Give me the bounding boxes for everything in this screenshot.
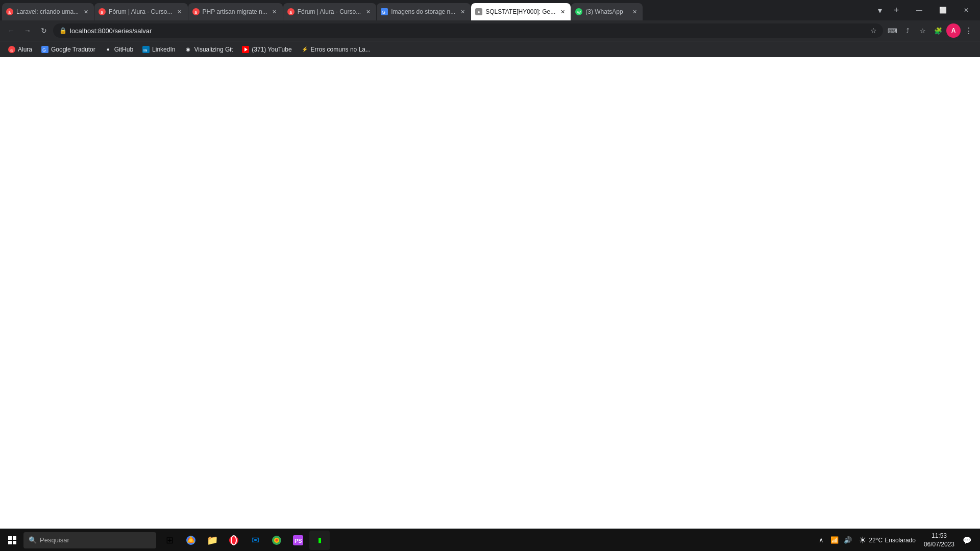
- browser-tab-tab1[interactable]: aLaravel: criando uma...✕: [2, 3, 94, 20]
- weather-condition: Ensolarado: [885, 537, 916, 544]
- back-button[interactable]: ←: [4, 23, 18, 38]
- tab-title-tab7: (3) WhatsApp: [585, 8, 627, 15]
- svg-text:W: W: [577, 10, 581, 15]
- bookmark-label-bm1: Alura: [18, 46, 32, 53]
- bookmark-label-bm7: Erros comuns no La...: [311, 46, 371, 53]
- network-icon[interactable]: 📶: [829, 535, 840, 546]
- taskbar-center: ⊞ 📁 ✉: [159, 531, 330, 550]
- task-view-button[interactable]: ⊞: [159, 531, 180, 550]
- bookmark-bm3[interactable]: ●GitHub: [101, 43, 137, 56]
- svg-text:a: a: [8, 10, 11, 15]
- minimize-button[interactable]: —: [908, 2, 931, 18]
- weather-widget[interactable]: ☀ 22°C Ensolarado: [855, 535, 919, 546]
- clock[interactable]: 11:53 06/07/2023: [921, 532, 958, 549]
- search-input-label: Pesquisar: [40, 536, 69, 544]
- share-icon[interactable]: ⤴: [900, 23, 915, 38]
- tab-favicon-tab1: a: [6, 8, 13, 15]
- taskbar: 🔍 Pesquisar ⊞ 📁 ✉: [0, 529, 980, 551]
- tab-close-tab3[interactable]: ✕: [271, 8, 279, 16]
- tab-title-tab5: Imagens do storage n...: [391, 8, 455, 15]
- translate-icon[interactable]: ⌨: [885, 23, 899, 38]
- svg-text:a: a: [194, 10, 197, 15]
- nav-actions: ⌨ ⤴ ☆ 🧩 A ⋮: [885, 23, 976, 38]
- tab-close-tab5[interactable]: ✕: [458, 8, 467, 16]
- bookmark-label-bm3: GitHub: [114, 46, 133, 53]
- bookmark-favicon-bm5: ◉: [184, 46, 191, 53]
- chrome-taskbar-icon[interactable]: [181, 531, 201, 550]
- main-content: [0, 57, 980, 529]
- clock-time: 11:53: [932, 532, 947, 540]
- title-bar: aLaravel: criando uma...✕aFórum | Alura …: [0, 0, 980, 20]
- browser-tab-tab4[interactable]: aFórum | Alura - Curso...✕: [283, 3, 376, 20]
- tab-title-tab2: Fórum | Alura - Curso...: [109, 8, 172, 15]
- svg-rect-21: [13, 536, 16, 540]
- close-button[interactable]: ✕: [954, 2, 978, 18]
- bookmark-bm4[interactable]: inLinkedIn: [138, 43, 179, 56]
- bookmark-bm1[interactable]: aAlura: [4, 43, 36, 56]
- profile-icon[interactable]: A: [946, 23, 961, 38]
- start-button[interactable]: [2, 531, 22, 550]
- clock-date: 06/07/2023: [924, 540, 954, 549]
- weather-temp: 22°C: [869, 537, 883, 544]
- svg-rect-22: [8, 541, 12, 544]
- tab-close-tab2[interactable]: ✕: [176, 8, 184, 16]
- tab-title-tab4: Fórum | Alura - Curso...: [298, 8, 361, 15]
- browser-tab-tab3[interactable]: aPHP artisan migrate n...✕: [188, 3, 283, 20]
- tab-close-tab1[interactable]: ✕: [82, 8, 90, 16]
- search-bar[interactable]: 🔍 Pesquisar: [23, 532, 156, 548]
- new-tab-button[interactable]: +: [889, 3, 903, 17]
- tab-close-tab7[interactable]: ✕: [630, 8, 639, 16]
- tab-favicon-tab4: a: [287, 8, 295, 15]
- url-text: localhost:8000/series/salvar: [70, 27, 867, 35]
- bookmark-label-bm6: (371) YouTube: [252, 46, 291, 53]
- svg-text:a: a: [10, 47, 13, 52]
- tab-title-tab1: Laravel: criando uma...: [16, 8, 79, 15]
- bookmark-star-icon[interactable]: ☆: [916, 23, 930, 38]
- opera-taskbar-icon[interactable]: [224, 531, 244, 550]
- tab-close-tab4[interactable]: ✕: [364, 8, 372, 16]
- tab-favicon-tab6: ●: [475, 8, 482, 15]
- bookmark-favicon-bm3: ●: [105, 46, 112, 53]
- svg-text:a: a: [101, 10, 103, 15]
- tab-dropdown-button[interactable]: ▾: [873, 3, 887, 17]
- address-bar[interactable]: 🔒 localhost:8000/series/salvar ☆: [53, 23, 883, 38]
- bookmark-label-bm4: LinkedIn: [152, 46, 175, 53]
- chrome-alt-taskbar-icon[interactable]: [266, 531, 287, 550]
- search-icon: 🔍: [29, 536, 37, 544]
- maximize-button[interactable]: ⬜: [931, 2, 954, 18]
- bookmark-bm6[interactable]: (371) YouTube: [238, 43, 296, 56]
- bookmark-bm2[interactable]: GGoogle Tradutor: [37, 43, 100, 56]
- bookmark-bm7[interactable]: ⚡Erros comuns no La...: [297, 43, 375, 56]
- tab-favicon-tab2: a: [99, 8, 106, 15]
- bookmark-favicon-bm4: in: [142, 46, 150, 53]
- extensions-icon[interactable]: 🧩: [931, 23, 945, 38]
- bookmark-bm5[interactable]: ◉Visualizing Git: [180, 43, 237, 56]
- svg-text:a: a: [289, 10, 292, 15]
- file-explorer-taskbar-icon[interactable]: 📁: [202, 531, 223, 550]
- star-icon[interactable]: ☆: [870, 27, 877, 35]
- terminal-taskbar-icon[interactable]: ▮: [309, 531, 330, 550]
- tab-favicon-tab5: G: [381, 8, 388, 15]
- tabs-container: aLaravel: criando uma...✕aFórum | Alura …: [2, 0, 873, 20]
- reload-button[interactable]: ↻: [37, 23, 51, 38]
- menu-icon[interactable]: ⋮: [962, 23, 976, 38]
- forward-button[interactable]: →: [20, 23, 35, 38]
- taskbar-right: ∧ 📶 🔊 ☀ 22°C Ensolarado 11:53 06/07/2023…: [816, 531, 978, 550]
- browser-tab-tab5[interactable]: GImagens do storage n...✕: [377, 3, 471, 20]
- tab-close-tab6[interactable]: ✕: [558, 8, 567, 16]
- tab-favicon-tab7: W: [575, 8, 582, 15]
- tray-expand-icon[interactable]: ∧: [816, 535, 827, 546]
- bookmark-favicon-bm1: a: [8, 46, 15, 53]
- browser-tab-tab7[interactable]: W(3) WhatsApp✕: [571, 3, 643, 20]
- phpstorm-taskbar-icon[interactable]: PS: [288, 531, 308, 550]
- svg-text:G: G: [42, 47, 46, 53]
- window-controls: — ⬜ ✕: [908, 2, 978, 18]
- svg-rect-20: [8, 536, 12, 540]
- browser-tab-tab6[interactable]: ●SQLSTATE[HY000]: Ge...✕: [471, 3, 571, 20]
- tab-favicon-tab3: a: [192, 8, 200, 15]
- browser-tab-tab2[interactable]: aFórum | Alura - Curso...✕: [94, 3, 187, 20]
- notification-button[interactable]: 💬: [960, 531, 974, 550]
- svg-point-27: [229, 536, 238, 545]
- speaker-icon[interactable]: 🔊: [842, 535, 853, 546]
- mail-taskbar-icon[interactable]: ✉: [245, 531, 265, 550]
